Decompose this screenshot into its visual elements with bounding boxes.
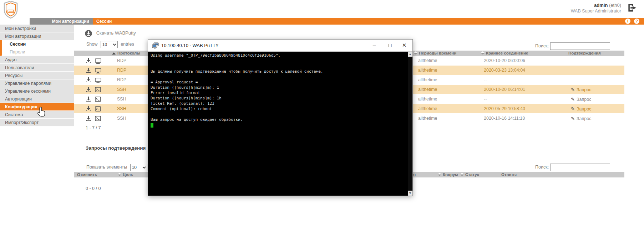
sidebar-item-sessions[interactable]: Сессии <box>0 40 74 48</box>
entries-label: entries <box>121 42 134 47</box>
last-connection-header-label: Крайнее соединение <box>486 51 528 55</box>
download-wabputty-button[interactable]: Скачать WABPutty <box>85 30 136 38</box>
sidebar-item-system[interactable]: Система <box>0 111 74 119</box>
user-name: admin <box>594 2 608 8</box>
terminal-line: Error: invalid format <box>148 91 412 96</box>
sort-icon <box>481 51 485 55</box>
putty-window[interactable]: 10.100.40.10 - WAB PuTTY – □ ✕ Using use… <box>148 39 413 196</box>
column-header-status[interactable]: Статус <box>460 172 479 177</box>
terminal-output: Using username "_OTP_79ecf3ba80b049b4810… <box>148 52 412 128</box>
user-info: admin (eth0) WAB Super Administrator <box>571 2 621 14</box>
terminal-line: Ваш запрос на доступ ожидает обработки. <box>148 117 412 123</box>
time-period-cell: allthetime <box>418 106 437 111</box>
ssh-terminal-icon[interactable] <box>95 97 101 102</box>
tab-section-my-authorizations[interactable]: Мои авторизации <box>30 18 93 25</box>
sort-icon <box>460 173 464 176</box>
cancel-header-label: Отменить <box>77 172 97 177</box>
sort-icon <box>118 173 121 176</box>
column-header-time-periods[interactable]: Периоды времени <box>414 51 456 55</box>
download-session-icon[interactable] <box>86 96 91 102</box>
page-size-select[interactable]: 10 <box>101 41 118 48</box>
terminal-line: Вы должны получить подтверждение чтобы п… <box>148 69 412 74</box>
protocol-cell: RDP <box>117 58 126 63</box>
putty-title-bar[interactable]: 10.100.40.10 - WAB PuTTY – □ ✕ <box>148 40 412 52</box>
putty-app-icon <box>152 42 159 49</box>
show-entries-control: Show 10 entries <box>86 41 134 48</box>
target-header-label: Цель <box>123 172 133 177</box>
logout-icon[interactable] <box>628 4 638 12</box>
approval-label: Запрос <box>577 87 591 92</box>
sidebar-item-authorizations[interactable]: Авторизации <box>0 95 74 103</box>
sidebar-item-audit[interactable]: Аудит <box>0 56 74 64</box>
terminal-line: Duration ([hours]h[mins]m): 1h <box>148 96 412 101</box>
approval-request-link[interactable]: ✎Запрос <box>571 106 591 112</box>
download-session-icon[interactable] <box>86 106 91 112</box>
column-header-answers[interactable]: Ответы <box>501 172 517 177</box>
approval-request-link[interactable]: ✎Запрос <box>571 97 591 102</box>
help-icon[interactable]: ? <box>634 19 639 24</box>
pencil-icon: ✎ <box>571 116 575 121</box>
download-wabputty-label: Скачать WABPutty <box>96 30 136 36</box>
sidebar-item-import-export[interactable]: Импорт/Экспорт <box>0 119 74 126</box>
sidebar-item-session-management[interactable]: Управление сессиями <box>0 87 74 95</box>
sidebar-item-password-management[interactable]: Управление паролями <box>0 79 74 87</box>
ssh-terminal-icon[interactable] <box>95 116 101 121</box>
column-header-last-connection[interactable]: Крайнее соединение <box>481 51 528 55</box>
info-icon[interactable]: i <box>625 19 630 24</box>
terminal-scrollbar[interactable]: ▲ ▼ <box>408 52 412 196</box>
sidebar-item-my-settings[interactable]: Мои настройки <box>0 25 74 32</box>
download-session-icon[interactable] <box>86 58 91 63</box>
column-header-protocols[interactable]: Протоколы <box>112 51 140 55</box>
column-header-target[interactable]: Цель <box>118 172 133 177</box>
download-session-icon[interactable] <box>86 77 91 83</box>
sidebar-item-configuration[interactable]: Конфигурация <box>0 103 74 111</box>
rdp-monitor-icon[interactable] <box>95 58 101 64</box>
ssh-terminal-icon[interactable] <box>95 106 101 112</box>
scroll-down-icon[interactable]: ▼ <box>408 191 412 196</box>
time-period-cell: allthetime <box>418 58 437 63</box>
tab-page-sessions[interactable]: Сессии <box>93 18 644 25</box>
approval-page-size-select[interactable]: 10 <box>130 164 147 171</box>
approval-request-link[interactable]: ✎Запрос <box>571 116 591 121</box>
terminal-line <box>148 64 412 69</box>
maximize-button[interactable]: □ <box>386 42 394 50</box>
rdp-monitor-icon[interactable] <box>95 68 101 73</box>
putty-terminal[interactable]: Using username "_OTP_79ecf3ba80b049b4810… <box>148 52 412 196</box>
approval-search-input[interactable] <box>550 164 610 171</box>
protocol-cell: SSH <box>117 116 126 121</box>
approval-label: Запрос <box>577 107 591 112</box>
ssh-terminal-icon[interactable] <box>95 87 101 92</box>
approval-show-label: Показать элементы <box>86 165 127 170</box>
putty-window-title: 10.100.40.10 - WAB PuTTY <box>161 43 219 48</box>
terminal-line <box>148 74 412 80</box>
sessions-search: Поиск: <box>535 42 610 50</box>
protocol-cell: SSH <box>117 97 126 102</box>
close-button[interactable]: ✕ <box>400 42 408 50</box>
scroll-up-icon[interactable]: ▲ <box>408 52 412 57</box>
sessions-search-input[interactable] <box>550 42 610 50</box>
download-session-icon[interactable] <box>86 87 91 92</box>
approval-request-link[interactable]: ✎Запрос <box>571 87 591 92</box>
rdp-monitor-icon[interactable] <box>95 78 101 83</box>
sidebar-item-resources[interactable]: Ресурсы <box>0 72 74 79</box>
protocol-cell: RDP <box>117 77 126 82</box>
column-header-approvals[interactable]: Подтверждения <box>568 51 601 55</box>
time-period-cell: allthetime <box>418 116 437 121</box>
user-role: WAB Super Administrator <box>571 8 621 14</box>
approval-search-label: Поиск: <box>535 165 549 170</box>
minimize-button[interactable]: – <box>370 42 378 50</box>
last-connection-cell: 2020-05-29 10:58:40 <box>484 106 525 111</box>
column-header-cancel[interactable]: Отменить <box>77 172 97 177</box>
download-session-icon[interactable] <box>86 115 91 121</box>
sidebar-item-passwords[interactable]: Пароли <box>0 48 74 56</box>
sort-icon <box>438 173 441 176</box>
quorum-header-label: Кворум <box>443 172 458 177</box>
approval-show-entries-control: Показать элементы 10 <box>86 164 149 171</box>
sidebar-item-my-authorizations[interactable]: Мои авторизации <box>0 32 74 40</box>
sidebar-item-users[interactable]: Пользователи <box>0 64 74 72</box>
download-session-icon[interactable] <box>86 67 91 73</box>
column-header-quorum[interactable]: Кворум <box>438 172 458 177</box>
approval-label: Запрос <box>577 97 591 102</box>
approval-label: Запрос <box>577 116 591 121</box>
pencil-icon: ✎ <box>571 97 575 102</box>
